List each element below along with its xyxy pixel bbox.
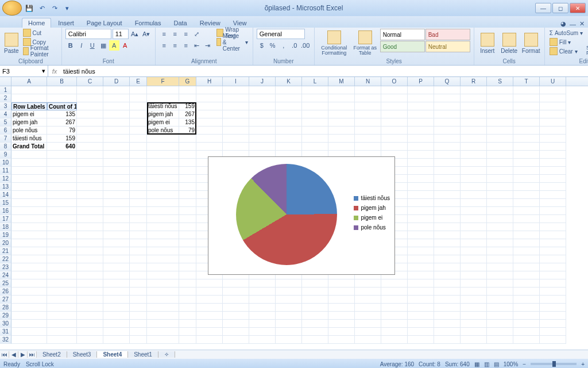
cell[interactable]: [381, 126, 408, 135]
cell[interactable]: [434, 231, 461, 239]
cell[interactable]: [196, 110, 223, 118]
cell[interactable]: [130, 191, 147, 199]
cell[interactable]: [434, 247, 461, 255]
cell[interactable]: [47, 247, 77, 255]
cell[interactable]: [130, 215, 147, 223]
cell[interactable]: [147, 167, 179, 175]
cell[interactable]: [249, 135, 276, 143]
cell[interactable]: [434, 304, 461, 312]
cell[interactable]: [276, 279, 302, 288]
cell[interactable]: [77, 279, 103, 288]
cell[interactable]: [11, 207, 47, 215]
col-header[interactable]: S: [487, 77, 513, 86]
cell[interactable]: [147, 247, 179, 255]
cell[interactable]: [130, 94, 147, 102]
sheet-nav-last-icon[interactable]: ⏭: [28, 351, 37, 358]
tab-page-layout[interactable]: Page Layout: [81, 18, 128, 28]
col-header[interactable]: E: [130, 77, 147, 86]
cell[interactable]: [540, 199, 566, 207]
cell[interactable]: [408, 167, 434, 175]
cell[interactable]: [147, 159, 179, 167]
cell[interactable]: [434, 102, 461, 110]
cell[interactable]: [11, 239, 47, 247]
cell[interactable]: [487, 271, 513, 279]
cell[interactable]: [47, 215, 77, 223]
cell[interactable]: [540, 126, 566, 135]
cell[interactable]: [302, 279, 328, 288]
cell[interactable]: [461, 223, 487, 231]
cell[interactable]: [130, 118, 147, 126]
cell[interactable]: [77, 255, 103, 263]
cell[interactable]: [487, 296, 513, 304]
cell[interactable]: [408, 279, 434, 288]
cell[interactable]: [223, 296, 249, 304]
cell[interactable]: [103, 199, 130, 207]
cell[interactable]: [461, 247, 487, 255]
cell[interactable]: [223, 279, 249, 288]
cell[interactable]: [513, 191, 540, 199]
cell[interactable]: [408, 126, 434, 135]
row-header[interactable]: 14: [0, 191, 11, 199]
cell[interactable]: [513, 110, 540, 118]
tab-review[interactable]: Review: [194, 18, 226, 28]
cell[interactable]: [328, 279, 355, 288]
cell[interactable]: [408, 199, 434, 207]
row-header[interactable]: 7: [0, 135, 11, 143]
cell[interactable]: [513, 86, 540, 94]
cell[interactable]: [77, 263, 103, 271]
cell[interactable]: [103, 328, 130, 336]
cell[interactable]: [276, 312, 302, 320]
cell[interactable]: [103, 215, 130, 223]
cell[interactable]: [77, 296, 103, 304]
cell[interactable]: [196, 118, 223, 126]
cell[interactable]: [47, 288, 77, 296]
cell[interactable]: [328, 126, 355, 135]
select-all-corner[interactable]: [0, 77, 11, 86]
cell[interactable]: [408, 215, 434, 223]
cell[interactable]: [249, 304, 276, 312]
cell[interactable]: [130, 159, 147, 167]
cell[interactable]: [461, 167, 487, 175]
row-header[interactable]: 19: [0, 231, 11, 239]
cell[interactable]: [196, 86, 223, 94]
cell[interactable]: [461, 207, 487, 215]
col-header[interactable]: N: [355, 77, 381, 86]
cell[interactable]: [381, 328, 408, 336]
cell[interactable]: [328, 110, 355, 118]
cell[interactable]: [11, 151, 47, 159]
cell[interactable]: [77, 151, 103, 159]
cell[interactable]: [540, 239, 566, 247]
cell[interactable]: [249, 143, 276, 151]
cell[interactable]: [103, 271, 130, 279]
cell[interactable]: [434, 320, 461, 328]
cell[interactable]: [223, 320, 249, 328]
view-normal-icon[interactable]: ▦: [474, 361, 479, 367]
cell[interactable]: [103, 167, 130, 175]
cell[interactable]: [276, 288, 302, 296]
cell[interactable]: [434, 143, 461, 151]
cell[interactable]: [408, 271, 434, 279]
cell[interactable]: [487, 304, 513, 312]
cell[interactable]: [513, 320, 540, 328]
cell[interactable]: [11, 279, 47, 288]
row-header[interactable]: 3: [0, 102, 11, 110]
cell[interactable]: [11, 199, 47, 207]
col-header[interactable]: P: [408, 77, 434, 86]
col-header[interactable]: K: [276, 77, 302, 86]
cell[interactable]: [249, 320, 276, 328]
cell[interactable]: [77, 312, 103, 320]
cell[interactable]: pigem ei: [11, 110, 47, 118]
cell[interactable]: [223, 86, 249, 94]
cell[interactable]: [513, 247, 540, 255]
cell[interactable]: [179, 320, 196, 328]
cell[interactable]: [513, 263, 540, 271]
cell[interactable]: [130, 304, 147, 312]
cell[interactable]: [179, 183, 196, 191]
cell[interactable]: [513, 167, 540, 175]
cell[interactable]: [381, 94, 408, 102]
cell[interactable]: [513, 336, 540, 344]
cell[interactable]: [47, 151, 77, 159]
office-button[interactable]: [2, 1, 22, 16]
shrink-font-icon[interactable]: A▾: [141, 29, 152, 39]
cell[interactable]: [47, 296, 77, 304]
